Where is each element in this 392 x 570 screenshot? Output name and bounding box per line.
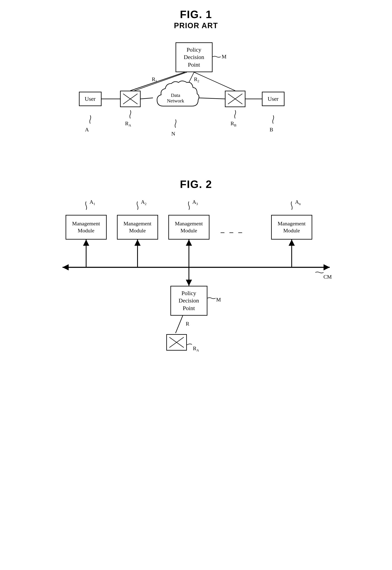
fig1-user-b-box: User (262, 92, 284, 106)
fig1-network-box: Data Network (151, 77, 200, 114)
svg-line-2 (194, 72, 235, 91)
svg-marker-26 (186, 280, 192, 286)
fig2-mgmt-n: ManagementModule (271, 215, 312, 240)
fig2-mgmt-1: ManagementModule (66, 215, 107, 240)
svg-marker-16 (323, 264, 330, 271)
label-A1: A1 (90, 199, 95, 206)
label-RA-fig1: RA (125, 120, 131, 128)
fig1-network-cloud: Data Network (151, 77, 200, 114)
svg-text:Network: Network (167, 98, 184, 103)
page: FIG. 1 PRIOR ART (0, 0, 392, 570)
fig1-router-b-icon (227, 93, 243, 105)
label-R-fig2: R (186, 321, 189, 327)
svg-marker-18 (83, 240, 89, 246)
label-RB-fig1: RB (231, 120, 237, 128)
fig2-pdp-box: PolicyDecisionPoint (170, 286, 207, 316)
fig2-diagram: ManagementModule ManagementModule Manage… (52, 191, 340, 397)
svg-marker-15 (62, 264, 69, 271)
fig1-router-b-box (225, 91, 245, 107)
label-R2-fig1: R2 (194, 76, 199, 83)
svg-marker-24 (289, 240, 295, 246)
fig2-mgmt-2: ManagementModule (117, 215, 158, 240)
fig1-router-a-icon (122, 93, 139, 105)
fig2-router-icon (168, 336, 185, 349)
label-B-fig1: B (270, 127, 273, 133)
label-RA-fig2: RA (193, 345, 199, 353)
fig1-pdp-label: PolicyDecisionPoint (184, 46, 204, 69)
label-N-fig1: N (171, 131, 175, 137)
label-A-fig1: A (85, 127, 89, 133)
svg-line-27 (176, 316, 183, 333)
fig1-title: FIG. 1 (180, 8, 212, 21)
label-An: An (295, 199, 301, 206)
label-CM: CM (323, 274, 332, 280)
fig1-section: FIG. 1 PRIOR ART (0, 0, 392, 153)
fig1-subtitle: PRIOR ART (174, 21, 218, 30)
fig1-diagram: PolicyDecisionPoint User Data Network (73, 38, 320, 153)
fig1-user-b-label: User (268, 95, 279, 103)
fig2-title: FIG. 2 (180, 178, 212, 190)
label-R1-fig1: R1 (152, 76, 157, 83)
label-M-fig2: M (216, 297, 221, 303)
fig1-user-a-label: User (85, 95, 96, 103)
fig2-mgmt-3: ManagementModule (168, 215, 210, 240)
svg-text:Data: Data (171, 93, 180, 98)
svg-marker-20 (134, 240, 140, 246)
fig2-router-box (166, 334, 187, 351)
svg-line-6 (198, 98, 225, 99)
label-A2: A2 (141, 199, 147, 206)
fig2-section: FIG. 2 (0, 166, 392, 397)
fig1-pdp-box: PolicyDecisionPoint (176, 42, 212, 72)
fig1-user-a-box: User (79, 92, 101, 106)
label-M-fig1: M (222, 54, 226, 60)
fig1-router-a-box (120, 91, 140, 107)
label-A3: A3 (192, 199, 198, 206)
fig2-dots: _ _ _ (221, 225, 244, 234)
svg-marker-22 (186, 240, 192, 246)
